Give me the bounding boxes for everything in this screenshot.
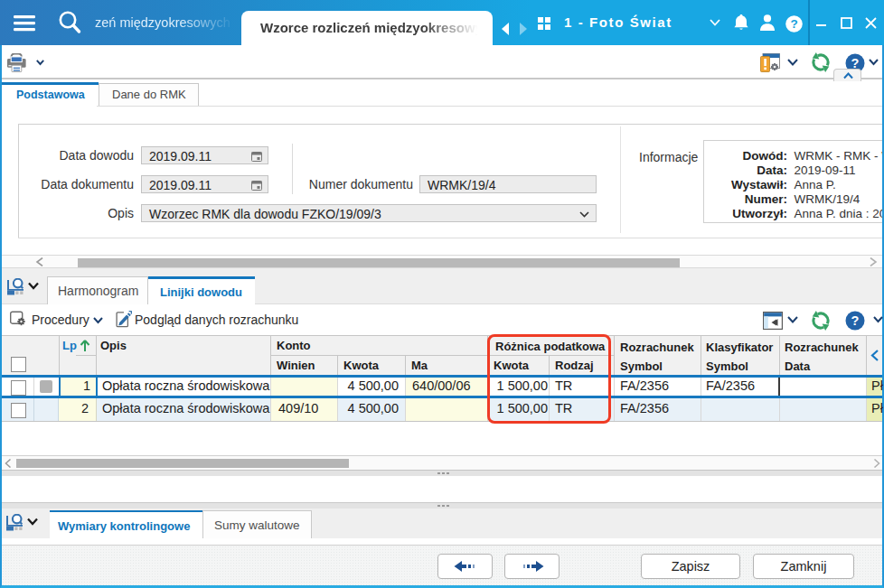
svg-text:?: ? [851,313,860,328]
svg-text:?: ? [790,17,797,31]
